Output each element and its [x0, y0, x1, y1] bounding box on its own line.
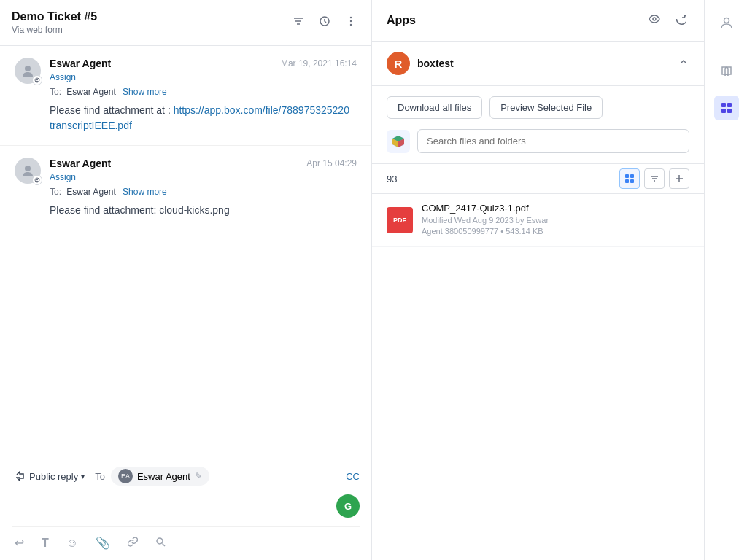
right-panel — [705, 0, 747, 560]
show-more[interactable]: Show more — [123, 87, 167, 97]
public-reply-label: Public reply — [29, 471, 78, 482]
files-actions — [619, 168, 689, 189]
to-prefix-2: To: — [50, 187, 61, 197]
file-name: COMP_2417-Quiz3-1.pdf — [422, 203, 689, 214]
eye-button[interactable] — [646, 10, 663, 31]
boxtest-left: R boxtest — [387, 52, 454, 75]
preview-selected-button[interactable]: Preview Selected File — [489, 96, 603, 119]
add-file-button[interactable] — [669, 168, 689, 189]
header-icons — [290, 12, 360, 33]
edit-recipient-button[interactable]: ✎ — [195, 471, 202, 481]
box-search-row — [372, 129, 704, 163]
download-all-button[interactable]: Download all files — [387, 96, 482, 119]
ticket-source: Via web form — [12, 25, 63, 35]
recipient-avatar: EA — [118, 469, 133, 483]
boxtest-section: R boxtest Download all files Preview Sel… — [372, 42, 704, 560]
sort-button[interactable] — [644, 168, 665, 189]
reply-icon — [16, 471, 26, 481]
to-prefix: To: — [50, 87, 61, 97]
assign-link[interactable]: Assign — [50, 72, 357, 82]
svg-point-10 — [25, 166, 31, 171]
message-block: Eswar Agent Mar 19, 2021 16:14 Assign To… — [0, 46, 371, 146]
to-line-2: To: Eswar Agent Show more — [50, 187, 357, 197]
svg-line-14 — [163, 543, 166, 546]
boxtest-name: boxtest — [417, 58, 454, 69]
message-header: Eswar Agent Mar 19, 2021 16:14 — [50, 58, 357, 69]
pdf-icon: PDF — [387, 207, 413, 233]
svg-point-5 — [350, 20, 352, 22]
to-name-2[interactable]: Eswar Agent — [66, 187, 115, 197]
svg-point-9 — [36, 79, 38, 80]
search-button[interactable] — [152, 534, 169, 553]
cc-button[interactable]: CC — [346, 471, 360, 482]
grammarly-button[interactable]: G — [336, 494, 360, 518]
apps-title: Apps — [387, 14, 416, 27]
text-format-button[interactable]: T — [39, 534, 52, 553]
file-details: COMP_2417-Quiz3-1.pdf Modified Wed Aug 9… — [422, 203, 689, 238]
file-item[interactable]: PDF COMP_2417-Quiz3-1.pdf Modified Wed A… — [372, 194, 704, 247]
messages-area: Eswar Agent Mar 19, 2021 16:14 Assign To… — [0, 46, 371, 459]
attachment-link[interactable]: https://app.box.com/file/788975325220 — [174, 104, 349, 116]
assign-link-2[interactable]: Assign — [50, 172, 357, 182]
apps-header-icons — [646, 10, 689, 31]
svg-rect-29 — [721, 109, 726, 113]
avatar — [15, 58, 41, 133]
svg-rect-19 — [625, 179, 629, 183]
svg-rect-28 — [727, 103, 732, 107]
box-logo — [387, 130, 410, 153]
reply-body: G — [12, 491, 360, 521]
to-line: To: Eswar Agent Show more — [50, 87, 357, 97]
reply-bar: Public reply ▾ To EA Eswar Agent ✎ CC G … — [0, 459, 371, 560]
message-content: Eswar Agent Mar 19, 2021 16:14 Assign To… — [50, 58, 357, 133]
grid-icon-button[interactable] — [714, 96, 739, 120]
ticket-info: Demo Ticket #5 Via web form — [12, 10, 97, 35]
svg-rect-17 — [625, 174, 629, 178]
box-avatar: R — [387, 52, 410, 75]
assign-icon — [32, 75, 42, 85]
to-name[interactable]: Eswar Agent — [66, 87, 115, 97]
assign-icon-2 — [32, 175, 42, 185]
show-more-2[interactable]: Show more — [123, 187, 167, 197]
boxtest-header: R boxtest — [372, 42, 704, 86]
link-button[interactable] — [125, 534, 141, 553]
avatar — [15, 158, 41, 218]
search-input-wrap — [417, 129, 689, 153]
reply-toolbar: ↩ T ☺ 📎 — [12, 526, 360, 553]
history-button[interactable] — [316, 12, 333, 33]
filter-button[interactable] — [290, 12, 307, 33]
box-actions: Download all files Preview Selected File — [372, 86, 704, 129]
recipient-chip: EA Eswar Agent ✎ — [111, 467, 209, 486]
svg-point-6 — [350, 24, 352, 26]
files-toolbar: 93 — [372, 163, 704, 194]
apps-header: Apps — [372, 0, 704, 42]
left-panel: Demo Ticket #5 Via web form — [0, 0, 372, 560]
grid-view-button[interactable] — [619, 168, 640, 189]
svg-rect-27 — [721, 103, 726, 107]
undo-button[interactable]: ↩ — [12, 533, 27, 553]
message-author: Eswar Agent — [50, 58, 111, 69]
message-block: Eswar Agent Apr 15 04:29 Assign To: Eswa… — [0, 146, 371, 230]
search-input[interactable] — [417, 129, 689, 153]
refresh-button[interactable] — [672, 10, 689, 31]
pdf-link[interactable]: transcriptIEEE.pdf — [50, 120, 132, 131]
more-options-button[interactable] — [342, 12, 360, 33]
message-time: Mar 19, 2021 16:14 — [281, 58, 357, 69]
user-icon-button[interactable] — [714, 10, 739, 35]
svg-point-26 — [724, 18, 729, 23]
reply-top: Public reply ▾ To EA Eswar Agent ✎ CC — [12, 467, 360, 486]
svg-point-13 — [157, 538, 163, 544]
left-header: Demo Ticket #5 Via web form — [0, 0, 371, 46]
message-content-2: Eswar Agent Apr 15 04:29 Assign To: Eswa… — [50, 158, 357, 218]
svg-point-15 — [653, 18, 656, 20]
attachment-button[interactable]: 📎 — [93, 533, 113, 553]
svg-rect-20 — [630, 179, 634, 183]
emoji-button[interactable]: ☺ — [63, 534, 81, 553]
svg-rect-18 — [630, 174, 634, 178]
public-reply-button[interactable]: Public reply ▾ — [12, 468, 89, 485]
svg-rect-30 — [727, 109, 732, 113]
chevron-down-icon: ▾ — [81, 472, 85, 481]
collapse-button[interactable] — [678, 56, 689, 71]
message-header-2: Eswar Agent Apr 15 04:29 — [50, 158, 357, 169]
book-icon-button[interactable] — [714, 59, 739, 84]
svg-point-12 — [36, 179, 38, 180]
